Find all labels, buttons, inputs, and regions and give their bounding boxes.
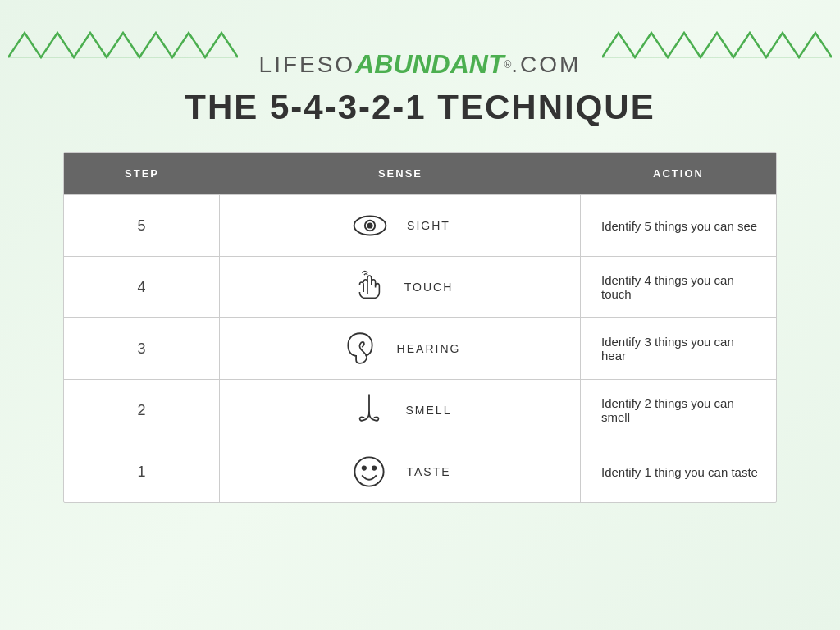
step-number: 5 — [137, 217, 145, 235]
svg-point-4 — [368, 223, 372, 227]
table-header: STEP SENSE ACTION — [64, 153, 776, 194]
main-title: THE 5-4-3-2-1 TECHNIQUE — [185, 88, 655, 127]
step-cell: 3 — [64, 318, 220, 379]
action-text: Identify 4 things you can touch — [601, 273, 760, 301]
table-row: 2 SMELL Identify 2 things you can smell — [64, 379, 776, 441]
logo-brand: ABUNDANT — [355, 49, 504, 80]
svg-point-5 — [355, 457, 384, 486]
table-row: 1 TASTE Identify 1 thing you can tas — [64, 441, 776, 502]
action-cell: Identify 4 things you can touch — [581, 257, 776, 317]
ear-icon — [340, 328, 381, 369]
technique-table: STEP SENSE ACTION 5 SIG — [63, 152, 777, 503]
svg-point-7 — [372, 466, 376, 469]
sense-label: HEARING — [397, 342, 461, 355]
sense-cell: SMELL — [220, 380, 581, 441]
action-cell: Identify 3 things you can hear — [581, 318, 776, 379]
action-text: Identify 2 things you can smell — [601, 396, 760, 424]
step-cell: 4 — [64, 257, 220, 317]
step-cell: 5 — [64, 195, 220, 256]
logo-prefix: LIFESO — [259, 52, 356, 78]
action-text: Identify 5 things you can see — [601, 219, 757, 233]
sense-cell: HEARING — [220, 318, 581, 379]
logo-area: LIFESO ABUNDANT ® .COM — [259, 49, 582, 80]
nose-icon — [349, 390, 390, 431]
action-text: Identify 3 things you can hear — [601, 335, 760, 363]
mouth-icon — [349, 451, 390, 492]
step-number: 1 — [137, 463, 145, 481]
table-row: 5 SIGHT Identify 5 things you can see — [64, 194, 776, 256]
table-row: 3 HEARING Identify 3 things you can hear — [64, 317, 776, 379]
step-cell: 2 — [64, 380, 220, 441]
action-cell: Identify 2 things you can smell — [581, 380, 776, 441]
sense-cell: TOUCH — [220, 257, 581, 317]
logo-reg-symbol: ® — [504, 59, 511, 71]
logo-suffix: .COM — [511, 52, 581, 78]
action-cell: Identify 5 things you can see — [581, 195, 776, 256]
svg-point-6 — [363, 466, 366, 469]
page-wrapper: LIFESO ABUNDANT ® .COM THE 5-4-3-2-1 TEC… — [0, 0, 840, 630]
table-body: 5 SIGHT Identify 5 things you can see — [64, 194, 776, 502]
wave-right-decoration — [602, 16, 832, 98]
step-number: 4 — [137, 279, 145, 296]
header-action: ACTION — [581, 153, 776, 194]
action-text: Identify 1 thing you can taste — [601, 465, 758, 479]
header-step: STEP — [64, 153, 220, 194]
sense-cell: SIGHT — [220, 195, 581, 256]
sense-label: SIGHT — [407, 219, 450, 232]
sense-label: SMELL — [406, 404, 452, 417]
sense-label: TASTE — [406, 465, 450, 478]
sense-label: TOUCH — [404, 281, 454, 294]
action-cell: Identify 1 thing you can taste — [581, 441, 776, 502]
step-number: 2 — [137, 402, 145, 419]
header-sense: SENSE — [220, 153, 581, 194]
table-row: 4 — [64, 256, 776, 317]
step-number: 3 — [137, 340, 145, 358]
wave-left-decoration — [8, 16, 238, 98]
sense-cell: TASTE — [220, 441, 581, 502]
hand-icon — [347, 267, 388, 308]
eye-icon — [349, 205, 390, 246]
step-cell: 1 — [64, 441, 220, 502]
